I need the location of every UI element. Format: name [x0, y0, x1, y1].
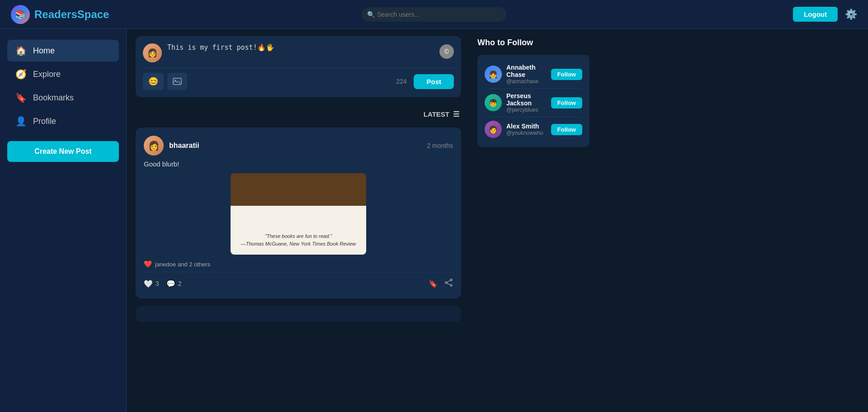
svg-line-6 — [447, 283, 451, 285]
post-time: 2 months — [427, 142, 453, 149]
sidebar-item-profile[interactable]: 👤 Profile — [7, 110, 119, 132]
settings-icon[interactable]: ⚙️ — [845, 9, 857, 20]
compose-input-area: This is my first post!🔥🖐 — [167, 43, 434, 63]
sidebar-label-bookmarks: Bookmarks — [33, 93, 74, 103]
create-new-post-button[interactable]: Create New Post — [7, 141, 119, 162]
like-button[interactable]: 🤍 3 — [144, 278, 166, 290]
compose-user-badge: © — [439, 44, 454, 59]
sidebar-item-explore[interactable]: 🧭 Explore — [7, 63, 119, 85]
header: 📚 ReadersSpace 🔍 Logout ⚙️ — [0, 0, 868, 29]
follow-info-alex: Alex Smith @youknowwho — [506, 123, 547, 136]
bookmark-button[interactable]: 🔖 — [421, 278, 445, 290]
follow-card: 👧 Annabeth Chase @annachase Follow 👦 Per… — [477, 55, 590, 147]
sidebar: 🏠 Home 🧭 Explore 🔖 Bookmarks 👤 Profile C… — [0, 29, 127, 412]
follow-name-annabeth: Annabeth Chase — [506, 64, 547, 78]
who-to-follow-title: Who to Follow — [477, 38, 590, 47]
sidebar-item-home[interactable]: 🏠 Home — [7, 40, 119, 62]
likes-heart-icon: ❤️ — [144, 260, 152, 268]
follow-button-perseus[interactable]: Follow — [551, 97, 582, 109]
profile-icon: 👤 — [15, 116, 27, 127]
right-panel: Who to Follow 👧 Annabeth Chase @annachas… — [470, 29, 597, 412]
svg-point-2 — [450, 279, 452, 281]
follow-avatar-alex: 🧑 — [485, 121, 502, 138]
follow-button-alex[interactable]: Follow — [551, 124, 582, 135]
post-image-inner: "These books are fun to read." —Thomas M… — [231, 173, 366, 255]
search-wrapper: 🔍 — [362, 7, 506, 22]
post-card: 👩 bhaaratii 2 months Good blurb! "These … — [136, 128, 461, 298]
post-username: bhaaratii — [169, 142, 199, 150]
app-logo-icon: 📚 — [11, 5, 30, 24]
comment-button[interactable]: 💬 2 — [166, 278, 189, 290]
post-author-area: 👩 bhaaratii — [144, 136, 199, 156]
compose-textarea[interactable]: This is my first post!🔥🖐 — [167, 43, 434, 62]
follow-info-annabeth: Annabeth Chase @annachase — [506, 64, 547, 85]
search-input[interactable] — [362, 7, 506, 22]
follow-handle-annabeth: @annachase — [506, 78, 547, 85]
post-avatar: 👩 — [144, 136, 164, 156]
share-button[interactable] — [445, 277, 453, 290]
home-icon: 🏠 — [15, 45, 27, 56]
post-image: "These books are fun to read." —Thomas M… — [231, 173, 366, 255]
post-submit-button[interactable]: Post — [414, 74, 454, 89]
compose-tools: 😊 — [143, 73, 187, 90]
comment-count: 2 — [178, 280, 182, 287]
follow-avatar-perseus: 👦 — [485, 94, 502, 111]
logo-area: 📚 ReadersSpace — [11, 5, 128, 24]
follow-info-perseus: Perseus Jackson @percyblues — [506, 92, 547, 113]
sidebar-item-bookmarks[interactable]: 🔖 Bookmarks — [7, 87, 119, 109]
post-text: Good blurb! — [144, 160, 453, 168]
follow-avatar-annabeth: 👧 — [485, 66, 502, 83]
latest-label: LATEST — [424, 110, 449, 118]
svg-line-5 — [447, 280, 451, 282]
follow-name-alex: Alex Smith — [506, 123, 547, 130]
svg-point-3 — [450, 284, 452, 286]
main-content: 👩 This is my first post!🔥🖐 © 😊 — [127, 29, 470, 412]
search-icon: 🔍 — [367, 11, 375, 18]
post-actions: 🤍 3 💬 2 🔖 — [144, 272, 453, 290]
compose-row: 👩 This is my first post!🔥🖐 © — [143, 43, 454, 63]
compose-avatar: 👩 — [143, 43, 162, 62]
emoji-button[interactable]: 😊 — [143, 73, 164, 90]
follow-handle-perseus: @percyblues — [506, 107, 547, 113]
filter-icon[interactable]: ☰ — [453, 110, 459, 118]
compose-box: 👩 This is my first post!🔥🖐 © 😊 — [136, 36, 461, 97]
logout-button[interactable]: Logout — [793, 7, 838, 22]
bookmarks-icon: 🔖 — [15, 92, 27, 103]
post-header: 👩 bhaaratii 2 months — [144, 136, 453, 156]
app-name: ReadersSpace — [34, 8, 109, 21]
follow-button-annabeth[interactable]: Follow — [551, 69, 582, 80]
char-count: 224 — [396, 78, 406, 85]
post-card-partial — [136, 306, 461, 322]
sidebar-label-profile: Profile — [33, 117, 56, 126]
follow-item-annabeth: 👧 Annabeth Chase @annachase Follow — [485, 60, 582, 89]
follow-item-perseus: 👦 Perseus Jackson @percyblues Follow — [485, 89, 582, 117]
likes-label: janedoe and 2 others — [155, 261, 210, 268]
sidebar-label-home: Home — [33, 46, 55, 56]
follow-name-perseus: Perseus Jackson — [506, 92, 547, 107]
post-likes-row: ❤️ janedoe and 2 others — [144, 260, 453, 268]
book-quote: "These books are fun to read." —Thomas M… — [236, 232, 362, 247]
main-layout: 🏠 Home 🧭 Explore 🔖 Bookmarks 👤 Profile C… — [0, 29, 868, 412]
follow-item-alex: 🧑 Alex Smith @youknowwho Follow — [485, 117, 582, 142]
search-area: 🔍 — [128, 7, 740, 22]
image-button[interactable] — [167, 73, 187, 90]
like-count: 3 — [156, 280, 159, 287]
share-icon — [445, 279, 453, 289]
explore-icon: 🧭 — [15, 69, 27, 80]
latest-header: LATEST ☰ — [136, 106, 461, 122]
compose-bottom: 😊 224 Post — [143, 68, 454, 90]
like-icon: 🤍 — [144, 279, 153, 288]
comment-icon: 💬 — [166, 279, 175, 288]
bookmark-icon: 🔖 — [429, 279, 438, 288]
svg-point-4 — [445, 282, 447, 284]
sidebar-label-explore: Explore — [33, 70, 61, 79]
header-actions: Logout ⚙️ — [740, 7, 857, 22]
follow-handle-alex: @youknowwho — [506, 130, 547, 136]
